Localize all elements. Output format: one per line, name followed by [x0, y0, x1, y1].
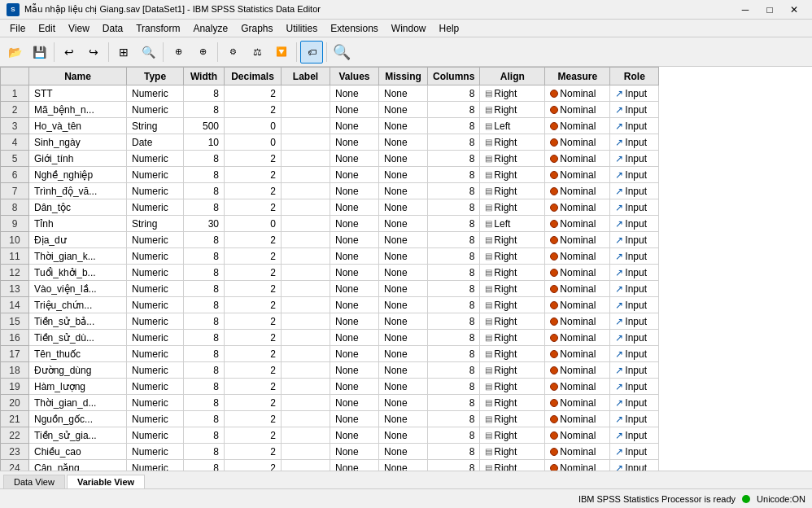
table-row[interactable]: 21Nguồn_gốc...Numeric82NoneNone8▤RightNo…: [1, 411, 659, 427]
cell-values[interactable]: None: [330, 460, 379, 471]
cell-role[interactable]: ↗Input: [610, 85, 659, 102]
cell-measure[interactable]: Nominal: [545, 248, 610, 265]
cell-type[interactable]: Numeric: [127, 346, 184, 362]
cell-columns[interactable]: 8: [428, 330, 480, 346]
undo-button[interactable]: ↩: [58, 41, 81, 64]
cell-measure[interactable]: Nominal: [545, 313, 610, 330]
cell-measure[interactable]: Nominal: [545, 265, 610, 281]
cell-missing[interactable]: None: [379, 134, 428, 151]
header-missing[interactable]: Missing: [379, 68, 428, 85]
table-row[interactable]: 18Đường_dùngNumeric82NoneNone8▤RightNomi…: [1, 362, 659, 379]
table-row[interactable]: 5Giới_tínhNumeric82NoneNone8▤RightNomina…: [1, 151, 659, 167]
cell-type[interactable]: Numeric: [127, 411, 184, 427]
cell-align[interactable]: ▤Right: [480, 346, 545, 362]
cell-role[interactable]: ↗Input: [610, 281, 659, 297]
cell-name[interactable]: Địa_dư: [29, 232, 127, 248]
cell-width[interactable]: 8: [184, 85, 225, 102]
cell-type[interactable]: String: [127, 216, 184, 232]
cell-values[interactable]: None: [330, 102, 379, 118]
table-row[interactable]: 23Chiều_caoNumeric82NoneNone8▤RightNomin…: [1, 444, 659, 460]
cell-align[interactable]: ▤Right: [480, 167, 545, 183]
cell-columns[interactable]: 8: [428, 134, 480, 151]
cell-name[interactable]: Sinh_ngày: [29, 134, 127, 151]
cell-columns[interactable]: 8: [428, 199, 480, 216]
cell-decimals[interactable]: 2: [225, 85, 282, 102]
header-columns[interactable]: Columns: [428, 68, 480, 85]
cell-role[interactable]: ↗Input: [610, 248, 659, 265]
cell-type[interactable]: Numeric: [127, 460, 184, 471]
cell-label[interactable]: [282, 362, 330, 379]
menu-transform[interactable]: Transform: [129, 21, 186, 36]
cell-label[interactable]: [282, 297, 330, 313]
cell-measure[interactable]: Nominal: [545, 183, 610, 199]
cell-missing[interactable]: None: [379, 395, 428, 411]
cell-align[interactable]: ▤Left: [480, 118, 545, 134]
table-row[interactable]: 1STTNumeric82NoneNone8▤RightNominal↗Inpu…: [1, 85, 659, 102]
cell-label[interactable]: [282, 444, 330, 460]
table-row[interactable]: 6Nghề_nghiệpNumeric82NoneNone8▤RightNomi…: [1, 167, 659, 183]
cell-values[interactable]: None: [330, 216, 379, 232]
cell-name[interactable]: Tỉnh: [29, 216, 127, 232]
cell-type[interactable]: Numeric: [127, 265, 184, 281]
insert-variable-button[interactable]: ⊕: [191, 41, 214, 64]
cell-columns[interactable]: 8: [428, 460, 480, 471]
cell-role[interactable]: ↗Input: [610, 346, 659, 362]
cell-columns[interactable]: 8: [428, 265, 480, 281]
cell-name[interactable]: Nguồn_gốc...: [29, 411, 127, 427]
cell-decimals[interactable]: 2: [225, 460, 282, 471]
cell-type[interactable]: Numeric: [127, 248, 184, 265]
find-button[interactable]: 🔍: [137, 41, 159, 64]
cell-align[interactable]: ▤Right: [480, 297, 545, 313]
cell-columns[interactable]: 8: [428, 297, 480, 313]
table-row[interactable]: 3Ho_và_tênString5000NoneNone8▤LeftNomina…: [1, 118, 659, 134]
menu-analyze[interactable]: Analyze: [186, 21, 234, 36]
cell-missing[interactable]: None: [379, 460, 428, 471]
cell-label[interactable]: [282, 265, 330, 281]
cell-decimals[interactable]: 2: [225, 183, 282, 199]
search-button[interactable]: 🔍: [330, 41, 353, 64]
cell-columns[interactable]: 8: [428, 183, 480, 199]
cell-width[interactable]: 30: [184, 216, 225, 232]
header-measure[interactable]: Measure: [545, 68, 610, 85]
header-role[interactable]: Role: [610, 68, 659, 85]
cell-type[interactable]: Numeric: [127, 199, 184, 216]
cell-decimals[interactable]: 2: [225, 411, 282, 427]
cell-decimals[interactable]: 2: [225, 297, 282, 313]
cell-measure[interactable]: Nominal: [545, 232, 610, 248]
cell-decimals[interactable]: 2: [225, 362, 282, 379]
table-row[interactable]: 7Trình_độ_vă...Numeric82NoneNone8▤RightN…: [1, 183, 659, 199]
cell-measure[interactable]: Nominal: [545, 362, 610, 379]
cell-measure[interactable]: Nominal: [545, 102, 610, 118]
cell-align[interactable]: ▤Right: [480, 379, 545, 395]
cell-role[interactable]: ↗Input: [610, 411, 659, 427]
cell-values[interactable]: None: [330, 183, 379, 199]
cell-label[interactable]: [282, 248, 330, 265]
cell-width[interactable]: 8: [184, 297, 225, 313]
cell-values[interactable]: None: [330, 313, 379, 330]
cell-role[interactable]: ↗Input: [610, 167, 659, 183]
table-row[interactable]: 20Thời_gian_d...Numeric82NoneNone8▤Right…: [1, 395, 659, 411]
table-row[interactable]: 13Vào_viện_lầ...Numeric82NoneNone8▤Right…: [1, 281, 659, 297]
cell-columns[interactable]: 8: [428, 216, 480, 232]
cell-missing[interactable]: None: [379, 330, 428, 346]
cell-width[interactable]: 8: [184, 460, 225, 471]
cell-label[interactable]: [282, 167, 330, 183]
window-controls[interactable]: ─ □ ✕: [734, 1, 805, 19]
cell-measure[interactable]: Nominal: [545, 411, 610, 427]
cell-align[interactable]: ▤Right: [480, 199, 545, 216]
cell-values[interactable]: None: [330, 444, 379, 460]
cell-decimals[interactable]: 2: [225, 232, 282, 248]
cell-role[interactable]: ↗Input: [610, 134, 659, 151]
minimize-button[interactable]: ─: [734, 1, 757, 19]
cell-align[interactable]: ▤Right: [480, 85, 545, 102]
menu-edit[interactable]: Edit: [32, 21, 62, 36]
cell-align[interactable]: ▤Right: [480, 281, 545, 297]
cell-align[interactable]: ▤Right: [480, 395, 545, 411]
cell-name[interactable]: Tiền_sử_bả...: [29, 313, 127, 330]
header-values[interactable]: Values: [330, 68, 379, 85]
cell-role[interactable]: ↗Input: [610, 151, 659, 167]
cell-columns[interactable]: 8: [428, 232, 480, 248]
select-cases-button[interactable]: 🔽: [270, 41, 293, 64]
menu-help[interactable]: Help: [433, 21, 466, 36]
close-button[interactable]: ✕: [783, 1, 805, 19]
